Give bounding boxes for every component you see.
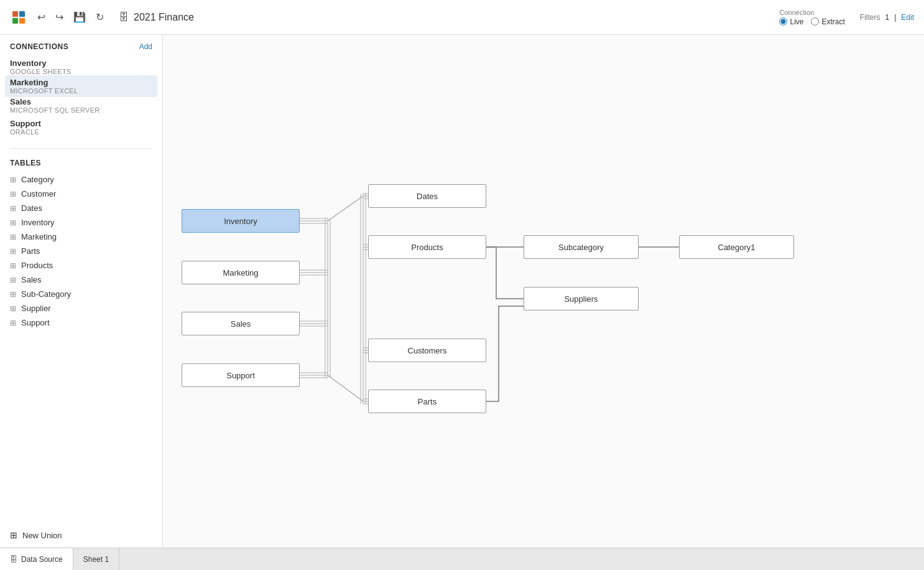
connection-type: ORACLE [10,128,152,136]
datasource-label: Data Source [21,555,63,564]
table-item-sales[interactable]: ⊞ Sales [10,273,152,287]
connection-options: Live Extract [779,17,844,26]
table-icon: ⊞ [10,218,16,227]
table-name: Customer [21,189,56,199]
extract-option[interactable]: Extract [811,17,844,26]
node-category1[interactable]: Category1 [679,235,794,259]
table-name: Support [21,318,50,327]
database-icon: 🗄 [119,12,129,23]
diagram-canvas: InventoryMarketingSalesSupportDatesProdu… [163,35,924,548]
node-subcategory[interactable]: Subcategory [524,235,639,259]
table-name: Dates [21,203,42,213]
table-name: Supplier [21,304,51,313]
svg-rect-0 [12,11,18,17]
sheet1-tab[interactable]: Sheet 1 [73,548,119,570]
new-union-label: New Union [22,531,62,540]
table-icon: ⊞ [10,319,16,327]
connection-item-inventory[interactable]: Inventory GOOGLE SHEETS [10,56,152,78]
connection-item-support[interactable]: Support ORACLE [10,116,152,138]
table-item-category[interactable]: ⊞ Category [10,172,152,187]
tables-section: Tables ⊞ Category⊞ Customer⊞ Dates⊞ Inve… [0,154,162,525]
datasource-tab[interactable]: 🗄 Data Source [0,548,73,570]
node-inventory[interactable]: Inventory [182,209,300,233]
live-option[interactable]: Live [779,17,803,26]
page-title: 2021 Finance [134,12,194,23]
table-item-marketing[interactable]: ⊞ Marketing [10,230,152,244]
svg-line-10 [328,196,363,221]
table-item-dates[interactable]: ⊞ Dates [10,201,152,215]
connections-section: Connections Add Inventory GOOGLE SHEETSM… [0,35,162,143]
extract-radio[interactable] [811,17,819,26]
filters-edit-button[interactable]: Edit [901,13,914,22]
new-union-button[interactable]: ⊞ New Union [0,525,162,548]
table-item-supplier[interactable]: ⊞ Supplier [10,301,152,315]
table-name: Inventory [21,218,54,227]
table-icon: ⊞ [10,204,16,213]
undo-button[interactable]: ↩ [35,10,48,24]
table-item-customer[interactable]: ⊞ Customer [10,187,152,201]
main-layout: Connections Add Inventory GOOGLE SHEETSM… [0,35,924,548]
sidebar-divider [10,148,152,149]
table-item-inventory[interactable]: ⊞ Inventory [10,215,152,230]
connection-label: Connection [779,9,814,16]
node-products[interactable]: Products [368,235,486,259]
node-dates[interactable]: Dates [368,184,486,208]
connection-name: Inventory [10,58,152,68]
table-name: Sales [21,275,42,284]
svg-rect-3 [19,18,25,24]
connection-item-sales[interactable]: Sales MICROSOFT SQL SERVER [10,95,152,116]
bottombar: 🗄 Data Source Sheet 1 [0,548,924,570]
node-support[interactable]: Support [182,363,300,387]
live-label: Live [790,17,803,26]
connection-type: MICROSOFT EXCEL [10,87,152,95]
sheet1-label: Sheet 1 [83,555,109,564]
filters-count: 1 [885,13,890,22]
table-icon: ⊞ [10,175,16,184]
live-radio[interactable] [779,17,787,26]
filters-divider: | [894,13,896,22]
connections-title: Connections [10,42,68,51]
datasource-icon: 🗄 [10,555,17,564]
node-parts[interactable]: Parts [368,390,486,413]
node-customers[interactable]: Customers [368,339,486,362]
connections-header: Connections Add [10,42,152,51]
table-icon: ⊞ [10,290,16,299]
connection-type: MICROSOFT SQL SERVER [10,106,152,114]
table-name: Marketing [21,232,57,241]
filters-label: Filters [860,13,880,22]
extract-label: Extract [821,17,844,26]
connection-name: Marketing [10,78,152,87]
connection-type: GOOGLE SHEETS [10,68,152,75]
connection-name: Support [10,119,152,128]
table-icon: ⊞ [10,190,16,199]
sidebar: Connections Add Inventory GOOGLE SHEETSM… [0,35,163,548]
table-name: Parts [21,246,40,256]
refresh-button[interactable]: ↻ [93,10,106,24]
svg-rect-2 [12,18,18,24]
table-item-sub-category[interactable]: ⊞ Sub-Category [10,287,152,301]
tables-list: ⊞ Category⊞ Customer⊞ Dates⊞ Inventory⊞ … [10,172,152,330]
save-button[interactable]: 💾 [71,10,88,24]
tables-title: Tables [10,159,152,167]
redo-button[interactable]: ↪ [53,10,66,24]
table-item-products[interactable]: ⊞ Products [10,258,152,273]
topbar-actions: ↩ ↪ 💾 ↻ [35,10,106,24]
svg-line-11 [328,375,363,401]
app-logo [10,9,27,26]
table-name: Sub-Category [21,289,71,299]
add-connection-button[interactable]: Add [139,42,152,51]
table-name: Products [21,261,53,270]
table-icon: ⊞ [10,276,16,284]
node-suppliers[interactable]: Suppliers [524,287,639,311]
topbar-title: 🗄 2021 Finance [119,12,194,23]
table-item-support[interactable]: ⊞ Support [10,315,152,330]
topbar-right: Connection Live Extract Filters 1 | Edit [779,9,914,26]
filters-group: Filters 1 | Edit [860,13,914,22]
table-item-parts[interactable]: ⊞ Parts [10,244,152,258]
table-icon: ⊞ [10,261,16,270]
connections-list: Inventory GOOGLE SHEETSMarketing MICROSO… [10,56,152,138]
node-marketing[interactable]: Marketing [182,261,300,284]
node-sales[interactable]: Sales [182,312,300,335]
connection-item-marketing[interactable]: Marketing MICROSOFT EXCEL [5,75,157,97]
connection-name: Sales [10,97,152,106]
